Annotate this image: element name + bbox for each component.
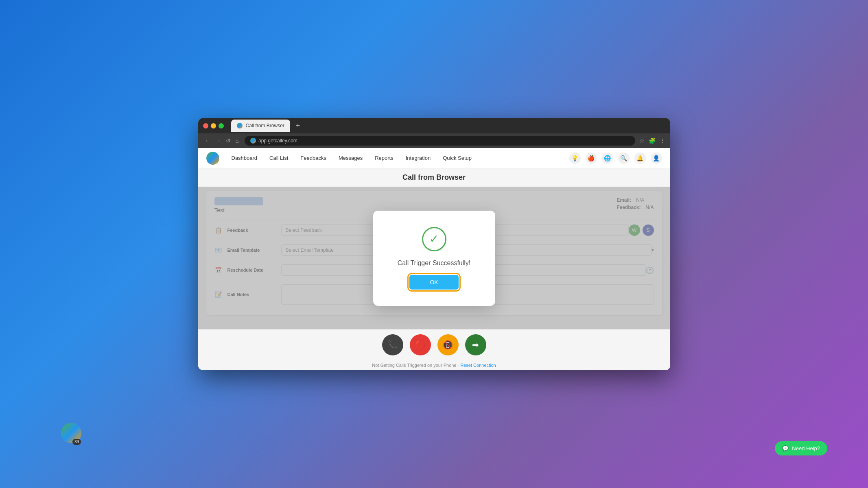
nav-messages[interactable]: Messages [339,155,363,161]
extensions-icon[interactable]: 🧩 [649,137,656,144]
browser-window: Call from Browser + ← → ↺ ⌂ app.getcalle… [198,118,670,370]
nav-buttons: ← → ↺ ⌂ [203,137,241,145]
address-bar: ← → ↺ ⌂ app.getcalley.com ☆ 🧩 ⋮ [198,133,670,148]
main-content: Test Email: N/A Feedback: N/A [198,187,670,329]
toolbar-icons: ☆ 🧩 ⋮ [639,137,665,144]
need-help-button[interactable]: 💬 Need Help? [775,441,827,455]
nav-quicksetup[interactable]: Quick Setup [443,155,472,161]
success-icon-circle: ✓ [422,227,446,251]
footer-text: Not Getting Calls Triggered on your Phon… [372,363,460,368]
app-nav: Dashboard Call List Feedbacks Messages R… [198,148,670,168]
nav-integration[interactable]: Integration [406,155,431,161]
home-button[interactable]: ⌂ [234,137,241,145]
page-title: Call from Browser [198,168,670,187]
active-tab[interactable]: Call from Browser [231,120,290,132]
bell-icon[interactable]: 🔔 [634,152,646,164]
app-footer: Not Getting Calls Triggered on your Phon… [198,360,670,370]
call-button[interactable]: 📞 [382,334,403,355]
back-button[interactable]: ← [203,137,212,145]
close-traffic-light[interactable] [203,123,208,129]
traffic-lights [203,123,224,129]
menu-icon[interactable]: ⋮ [660,137,665,144]
apple-icon[interactable]: 🍎 [586,152,597,164]
address-input-container[interactable]: app.getcalley.com [245,136,635,146]
logo-badge: 39 [72,439,81,445]
modal-overlay: ✓ Call Trigger Successfully! OK [198,187,670,329]
reload-button[interactable]: ↺ [224,137,232,145]
success-modal: ✓ Call Trigger Successfully! OK [373,211,495,306]
nav-right-icons: 💡 🍎 🌐 🔍 🔔 👤 [569,152,662,164]
reset-connection-link[interactable]: Reset Connection [460,363,496,368]
mute-button[interactable]: 📵 [437,334,459,355]
modal-message: Call Trigger Successfully! [398,259,471,267]
tab-bar: Call from Browser + [231,120,665,132]
modal-ok-button[interactable]: OK [409,275,458,290]
new-tab-button[interactable]: + [293,121,304,131]
nav-reports[interactable]: Reports [375,155,394,161]
need-help-label: Need Help? [792,445,820,451]
nav-calllist[interactable]: Call List [269,155,288,161]
end-call-button[interactable]: 🚫 [410,334,431,355]
tab-favicon [237,123,243,129]
globe-icon[interactable]: 🌐 [602,152,613,164]
nav-dashboard[interactable]: Dashboard [232,155,258,161]
checkmark-icon: ✓ [429,232,439,246]
whatsapp-icon: 💬 [782,445,789,451]
nav-feedbacks[interactable]: Feedbacks [300,155,326,161]
minimize-traffic-light[interactable] [211,123,216,129]
app-content: Dashboard Call List Feedbacks Messages R… [198,148,670,370]
app-logo[interactable] [206,152,219,165]
user-icon[interactable]: 👤 [651,152,662,164]
fullscreen-traffic-light[interactable] [219,123,224,129]
forward-button[interactable]: → [214,137,223,145]
bookmark-icon[interactable]: ☆ [639,137,645,144]
address-text: app.getcalley.com [258,138,297,144]
phone-controls: 📞 🚫 📵 ➡ [198,329,670,360]
search-icon[interactable]: 🔍 [618,152,630,164]
theme-toggle-icon[interactable]: 💡 [569,152,581,164]
tab-title: Call from Browser [246,123,284,129]
title-bar: Call from Browser + [198,118,670,133]
transfer-button[interactable]: ➡ [465,334,486,355]
site-favicon [250,138,256,144]
